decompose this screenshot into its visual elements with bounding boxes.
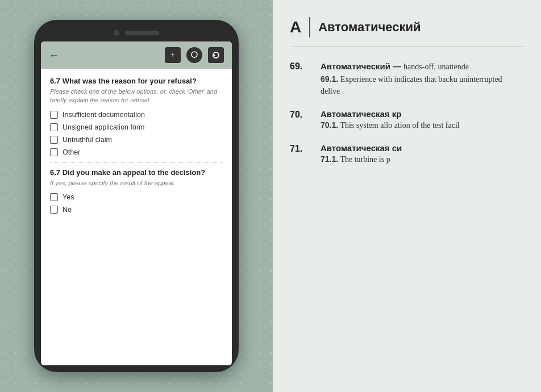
add-icon[interactable]: + bbox=[165, 47, 181, 63]
phone-mockup: ← + bbox=[34, 20, 239, 372]
section-691: 69.1. Experience with indicates that bac… bbox=[321, 73, 521, 98]
section-70-body: Автоматическая кр 70.1. This system allo… bbox=[321, 109, 521, 132]
checkbox-no[interactable] bbox=[50, 206, 58, 214]
checkbox-insufficient[interactable] bbox=[50, 111, 58, 119]
comment-icon[interactable] bbox=[186, 47, 202, 63]
phone-top-bar bbox=[41, 27, 232, 41]
checkbox-other[interactable] bbox=[50, 148, 58, 156]
phone-camera bbox=[114, 30, 119, 36]
section-69-body: Автоматический — hands-off, unattende 69… bbox=[321, 61, 521, 98]
option-no[interactable]: No bbox=[50, 206, 223, 214]
phone-speaker bbox=[125, 31, 159, 35]
option-untruthful-label: Untruthful claim bbox=[63, 136, 112, 144]
section-711: 71.1. The turbine is p bbox=[321, 153, 521, 166]
option-yes[interactable]: Yes bbox=[50, 193, 223, 201]
svg-point-0 bbox=[192, 52, 197, 57]
section-divider bbox=[50, 162, 223, 162]
question-67b-title: 6.7 Did you make an appeal to the decisi… bbox=[50, 168, 223, 177]
option-insufficient-label: Insufficient documentation bbox=[63, 111, 145, 119]
section-69-number: 69. bbox=[290, 61, 318, 72]
option-other[interactable]: Other bbox=[50, 148, 223, 156]
left-panel: ← + bbox=[0, 0, 273, 392]
section-70: 70. Автоматическая кр 70.1. This system … bbox=[290, 109, 524, 132]
right-panel: А Автоматический 69. Автоматический — ha… bbox=[273, 0, 541, 392]
section-71-number: 71. bbox=[290, 143, 318, 154]
question-67b-subtitle: If yes, please specify the result of the… bbox=[50, 179, 223, 187]
option-no-label: No bbox=[63, 206, 72, 214]
header-divider bbox=[309, 17, 310, 37]
question-67-title: 6.7 What was the reason for your refusal… bbox=[50, 77, 223, 85]
section-70-number: 70. bbox=[290, 109, 318, 120]
section-69: 69. Автоматический — hands-off, unattend… bbox=[290, 61, 524, 98]
checkbox-yes[interactable] bbox=[50, 193, 58, 201]
section-71-heading: Автоматическая си bbox=[321, 143, 402, 153]
checkbox-untruthful[interactable] bbox=[50, 136, 58, 144]
back-button[interactable]: ← bbox=[49, 49, 59, 61]
option-insufficient[interactable]: Insufficient documentation bbox=[50, 111, 223, 119]
option-other-label: Other bbox=[63, 148, 80, 156]
option-unsigned[interactable]: Unsigned application form bbox=[50, 123, 223, 131]
section-69-text: hands-off, unattende bbox=[403, 62, 469, 71]
option-yes-label: Yes bbox=[63, 193, 74, 201]
section-701: 70.1. This system allo ation of the test… bbox=[321, 119, 521, 132]
phone-screen: ← + bbox=[41, 41, 232, 365]
header-title: Автоматический bbox=[318, 20, 421, 35]
screen-content: 6.7 What was the reason for your refusal… bbox=[41, 69, 232, 365]
section-70-heading: Автоматическая кр bbox=[321, 109, 401, 119]
section-71: 71. Автоматическая си 71.1. The turbine … bbox=[290, 143, 524, 166]
header-icons: + bbox=[165, 47, 224, 63]
header-letter: А bbox=[290, 18, 301, 36]
header-rule bbox=[290, 47, 524, 47]
checkbox-unsigned[interactable] bbox=[50, 123, 58, 131]
section-69-heading: Автоматический — bbox=[321, 61, 401, 71]
refresh-icon[interactable] bbox=[208, 47, 224, 63]
option-unsigned-label: Unsigned application form bbox=[63, 123, 145, 131]
screen-header: ← + bbox=[41, 41, 232, 69]
option-untruthful[interactable]: Untruthful claim bbox=[50, 136, 223, 144]
section-71-body: Автоматическая си 71.1. The turbine is p bbox=[321, 143, 521, 166]
right-header: А Автоматический bbox=[290, 17, 524, 37]
question-67-subtitle: Please check one of the below options, o… bbox=[50, 87, 223, 105]
